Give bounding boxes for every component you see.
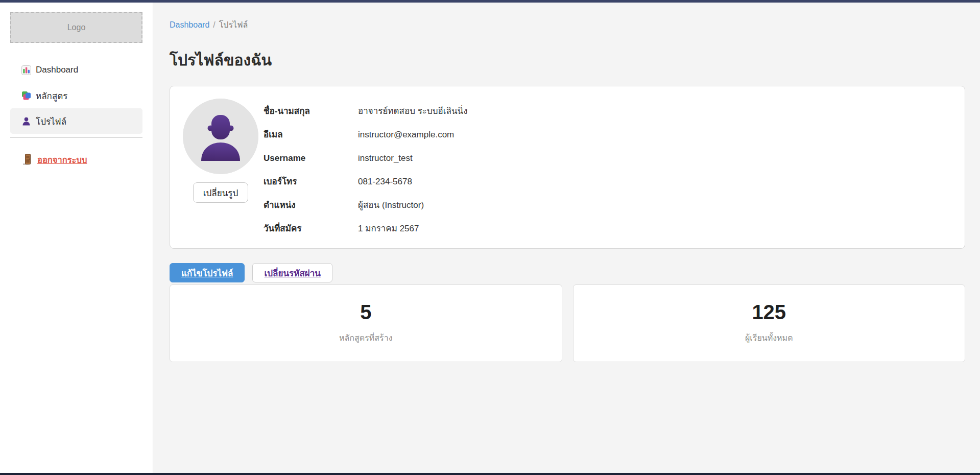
breadcrumb-current: โปรไฟล์	[219, 20, 248, 29]
avatar	[183, 99, 258, 174]
sidebar: Logo Dashboard	[0, 3, 153, 473]
person-icon	[21, 116, 31, 126]
profile-fields: ชื่อ-นามสกุล อาจารย์ทดสอบ ระบบอีเลินนิ่ง…	[264, 100, 952, 241]
change-password-label: เปลี่ยนรหัสผ่าน	[264, 269, 320, 278]
stat-card-courses-created: 5 หลักสูตรที่สร้าง	[170, 284, 562, 362]
sidebar-item-profile[interactable]: โปรไฟล์	[10, 108, 142, 134]
edit-profile-label: แก้ไขโปรไฟล์	[181, 269, 233, 278]
field-label: เบอร์โทร	[264, 175, 358, 189]
field-label: อีเมล	[264, 128, 358, 142]
logo-text: Logo	[67, 23, 86, 32]
sidebar-item-label: Dashboard	[36, 65, 78, 75]
stat-value: 5	[360, 302, 371, 322]
stats-row: 5 หลักสูตรที่สร้าง 125 ผู้เรียนทั้งหมด	[170, 284, 965, 362]
field-label: ตำแหน่ง	[264, 198, 358, 212]
field-row-email: อีเมล instructor@example.com	[264, 123, 952, 147]
edit-profile-button[interactable]: แก้ไขโปรไฟล์	[170, 263, 245, 282]
field-label: วันที่สมัคร	[264, 222, 358, 236]
breadcrumb-dashboard-link[interactable]: Dashboard	[170, 20, 209, 29]
action-buttons: แก้ไขโปรไฟล์ เปลี่ยนรหัสผ่าน	[170, 263, 965, 282]
profile-card: เปลี่ยนรูป ชื่อ-นามสกุล อาจารย์ทดสอบ ระบ…	[170, 86, 965, 249]
main-content: Dashboard/โปรไฟล์ โปรไฟล์ของฉัน	[153, 3, 980, 473]
sidebar-item-label: หลักสูตร	[36, 89, 67, 103]
field-row-phone: เบอร์โทร 081-234-5678	[264, 170, 952, 194]
page-title: โปรไฟล์ของฉัน	[170, 48, 965, 72]
person-silhouette-icon	[183, 99, 258, 174]
field-label: Username	[264, 151, 358, 165]
logout-label: ออกจากระบบ	[37, 153, 87, 167]
field-row-register-date: วันที่สมัคร 1 มกราคม 2567	[264, 217, 952, 241]
field-value: 081-234-5678	[358, 175, 412, 189]
bottom-accent-bar	[0, 473, 980, 475]
sidebar-item-courses[interactable]: หลักสูตร	[10, 83, 142, 108]
sidebar-item-label: โปรไฟล์	[36, 114, 66, 128]
field-value: 1 มกราคม 2567	[358, 222, 419, 236]
field-row-username: Username instructor_test	[264, 147, 952, 170]
breadcrumb-separator: /	[213, 20, 215, 29]
field-row-position: ตำแหน่ง ผู้สอน (Instructor)	[264, 194, 952, 217]
field-value: ผู้สอน (Instructor)	[358, 198, 424, 212]
change-photo-button[interactable]: เปลี่ยนรูป	[193, 182, 248, 203]
field-value: instructor@example.com	[358, 128, 454, 142]
sidebar-divider	[10, 137, 142, 138]
stat-label: หลักสูตรที่สร้าง	[339, 331, 393, 344]
bar-chart-icon	[21, 65, 31, 75]
change-password-button[interactable]: เปลี่ยนรหัสผ่าน	[252, 263, 332, 282]
field-label: ชื่อ-นามสกุล	[264, 104, 358, 118]
logout-link[interactable]: ออกจากระบบ	[23, 153, 142, 167]
sidebar-nav: Dashboard หลักสูตร	[0, 57, 153, 134]
avatar-column: เปลี่ยนรูป	[182, 99, 259, 203]
sidebar-item-dashboard[interactable]: Dashboard	[10, 57, 142, 83]
field-value: อาจารย์ทดสอบ ระบบอีเลินนิ่ง	[358, 104, 468, 118]
breadcrumb: Dashboard/โปรไฟล์	[170, 18, 965, 31]
books-icon	[21, 91, 31, 101]
stat-value: 125	[752, 302, 786, 322]
logo-placeholder: Logo	[10, 12, 142, 43]
field-row-name: ชื่อ-นามสกุล อาจารย์ทดสอบ ระบบอีเลินนิ่ง	[264, 100, 952, 123]
door-icon	[23, 154, 32, 167]
stat-label: ผู้เรียนทั้งหมด	[745, 331, 793, 344]
stat-card-total-learners: 125 ผู้เรียนทั้งหมด	[573, 284, 966, 362]
field-value: instructor_test	[358, 151, 413, 165]
